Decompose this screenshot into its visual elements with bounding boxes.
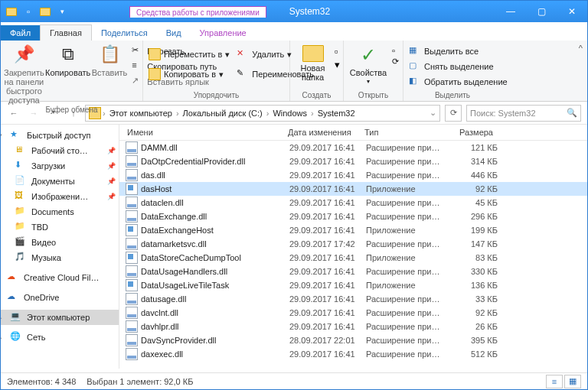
file-row[interactable]: daxexec.dll29.09.2017 16:41Расширение пр…	[119, 347, 587, 361]
new-item-icon[interactable]: ▫	[335, 46, 340, 57]
ribbon-minimize-icon[interactable]: ^	[579, 44, 583, 53]
crumb[interactable]: Локальный диск (C:)	[181, 109, 265, 118]
crumb[interactable]: Windows	[270, 109, 309, 118]
sidebar-label: Музыка	[31, 253, 61, 262]
tab-share[interactable]: Поделиться	[92, 25, 157, 41]
copy-button[interactable]: ⧉Копировать	[47, 43, 90, 77]
sidebar-item[interactable]: ☁Creative Cloud Fil…	[1, 270, 119, 285]
select-invert-button[interactable]: ◧Обратить выделение	[407, 75, 510, 89]
col-type[interactable]: Тип	[364, 128, 449, 137]
file-size: 395 КБ	[450, 336, 498, 345]
file-row[interactable]: datusage.dll29.09.2017 16:41Расширение п…	[119, 292, 587, 306]
file-row[interactable]: DAMM.dll29.09.2017 16:41Расширение при…1…	[119, 141, 587, 154]
view-large-button[interactable]: ▦	[564, 375, 581, 388]
minimize-button[interactable]: ―	[495, 1, 526, 22]
qat-props-icon[interactable]: ▫	[22, 5, 34, 18]
crumb[interactable]: System32	[315, 109, 358, 118]
tab-home[interactable]: Главная	[40, 24, 92, 41]
file-size: 446 КБ	[450, 171, 498, 180]
fold-icon: 📁	[15, 206, 27, 218]
net-icon: 🌐	[10, 331, 22, 343]
col-size[interactable]: Размера	[449, 128, 502, 137]
history-icon[interactable]: ⟳	[392, 57, 399, 67]
sidebar-item[interactable]: 🖼Изображени…📌	[1, 189, 119, 204]
file-type: Расширение при…	[366, 198, 450, 207]
window-title: System32	[289, 6, 330, 17]
file-row[interactable]: DavSyncProvider.dll28.09.2017 22:01Расши…	[119, 333, 587, 347]
dll-icon	[126, 169, 138, 181]
file-name: davhlpr.dll	[141, 322, 289, 331]
sidebar-item[interactable]: ▾★Быстрый доступ	[1, 128, 119, 143]
file-name: dasHost	[141, 184, 289, 193]
file-row[interactable]: dataclen.dll29.09.2017 16:41Расширение п…	[119, 196, 587, 210]
easy-access-icon[interactable]: ▾	[335, 59, 340, 70]
refresh-button[interactable]: ⟳	[445, 105, 462, 122]
file-row[interactable]: davclnt.dll29.09.2017 16:41Расширение пр…	[119, 306, 587, 320]
address-dropdown-icon[interactable]: ⌄	[430, 108, 439, 118]
file-date: 29.09.2017 16:41	[289, 157, 366, 166]
file-type: Приложение	[366, 226, 450, 235]
file-row[interactable]: DataUsageHandlers.dll29.09.2017 16:41Рас…	[119, 265, 587, 278]
paste-button: 📋Вставить	[92, 43, 128, 77]
file-row[interactable]: DataExchange.dll29.09.2017 16:41Расширен…	[119, 210, 587, 223]
sidebar-item[interactable]: 🎵Музыка	[1, 250, 119, 265]
file-date: 29.09.2017 16:41	[289, 212, 366, 221]
group-open: Открыть	[347, 90, 400, 101]
sidebar-item[interactable]: 🎬Видео	[1, 235, 119, 250]
sidebar-item[interactable]: 🖥Рабочий сто…📌	[1, 143, 119, 158]
paste-shortcut-icon: ↗	[132, 76, 144, 88]
select-all-icon: ▦	[409, 45, 421, 57]
file-row[interactable]: das.dll29.09.2017 16:41Расширение при…44…	[119, 168, 587, 182]
file-row[interactable]: DataStoreCacheDumpTool29.09.2017 16:41Пр…	[119, 251, 587, 265]
view-details-button[interactable]: ≡	[546, 375, 563, 388]
dll-icon	[126, 238, 138, 250]
tab-view[interactable]: Вид	[157, 25, 191, 41]
sidebar-item[interactable]: 📁Documents	[1, 204, 119, 219]
file-size: 33 КБ	[450, 294, 498, 304]
file-row[interactable]: dasHost29.09.2017 16:41Приложение92 КБ	[119, 182, 587, 196]
search-input[interactable]: Поиск: System32🔍	[466, 105, 581, 122]
tab-file[interactable]: Файл	[1, 25, 40, 41]
sidebar-item[interactable]: ⬇Загрузки📌	[1, 158, 119, 174]
close-button[interactable]: ✕	[557, 1, 587, 22]
file-row[interactable]: davhlpr.dll29.09.2017 16:41Расширение пр…	[119, 320, 587, 333]
file-date: 29.09.2017 16:41	[289, 281, 366, 290]
expand-icon[interactable]: ▸	[1, 333, 5, 343]
sidebar-item[interactable]: 📁TBD	[1, 219, 119, 235]
expand-icon[interactable]: ▸	[1, 313, 5, 323]
properties-button[interactable]: ✓Свойства▾	[347, 43, 390, 86]
new-folder-button[interactable]: Новая папка	[293, 43, 332, 82]
exe-icon	[126, 252, 138, 264]
expand-icon[interactable]: ▾	[1, 131, 5, 141]
maximize-button[interactable]: ▢	[526, 1, 557, 22]
file-date: 29.09.2017 16:41	[289, 267, 366, 276]
select-none-button[interactable]: ▢Снять выделение	[407, 60, 510, 73]
col-name[interactable]: Имени	[119, 128, 288, 137]
move-to-button[interactable]: Переместить в▾	[146, 47, 232, 61]
sidebar: ▾★Быстрый доступ🖥Рабочий сто…📌⬇Загрузки📌…	[1, 125, 119, 369]
col-date[interactable]: Дата изменения	[288, 128, 364, 137]
file-size: 45 КБ	[450, 198, 498, 207]
file-row[interactable]: DataExchangeHost29.09.2017 16:41Приложен…	[119, 223, 587, 237]
tab-manage[interactable]: Управление	[191, 25, 256, 41]
file-date: 29.09.2017 16:41	[289, 184, 366, 193]
qat-dropdown-icon[interactable]: ▾	[56, 5, 68, 18]
select-all-button[interactable]: ▦Выделить все	[407, 44, 510, 58]
sidebar-item[interactable]: ☁OneDrive	[1, 290, 119, 305]
dl-icon: ⬇	[15, 160, 27, 172]
qat-new-icon[interactable]	[39, 5, 51, 18]
file-row[interactable]: DataUsageLiveTileTask29.09.2017 16:41При…	[119, 278, 587, 292]
copy-to-button[interactable]: Копировать в▾	[146, 67, 232, 81]
file-name: davclnt.dll	[141, 308, 289, 317]
file-name: DataExchangeHost	[141, 226, 289, 235]
file-type: Расширение при…	[366, 308, 450, 317]
file-row[interactable]: DaOtpCredentialProvider.dll29.09.2017 16…	[119, 154, 587, 168]
file-row[interactable]: datamarketsvc.dll29.09.2017 17:42Расшире…	[119, 237, 587, 251]
sidebar-item[interactable]: ▸💻Этот компьютер	[1, 310, 119, 325]
file-size: 92 КБ	[450, 308, 498, 317]
sidebar-item[interactable]: ▸🌐Сеть	[1, 330, 119, 345]
sidebar-item[interactable]: 📄Документы📌	[1, 174, 119, 189]
status-selection: Выбран 1 элемент: 92,0 КБ	[87, 377, 193, 386]
file-type: Расширение при…	[366, 239, 450, 249]
open-icon[interactable]: ▫	[392, 46, 399, 55]
